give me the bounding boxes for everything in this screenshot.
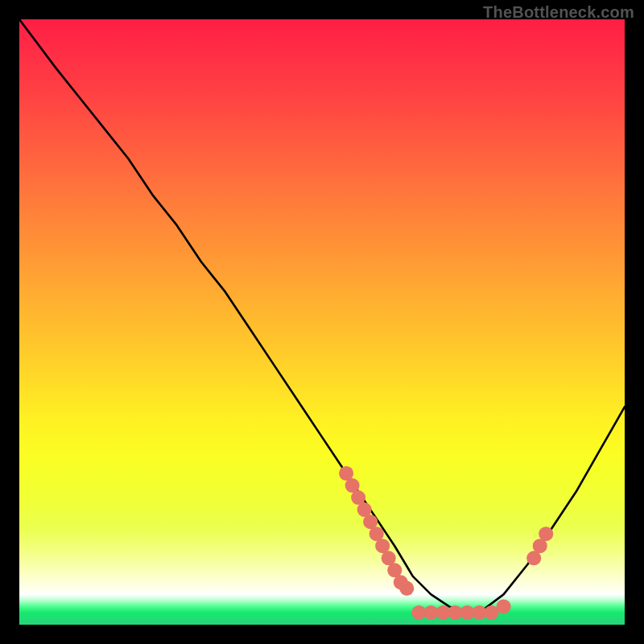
marker-point xyxy=(539,526,553,541)
highlighted-points xyxy=(339,466,553,620)
bottleneck-curve xyxy=(19,19,625,613)
watermark-text: TheBottleneck.com xyxy=(483,3,634,22)
plot-area xyxy=(19,19,625,625)
chart-svg xyxy=(19,19,625,625)
marker-point xyxy=(399,581,414,596)
chart-frame: TheBottleneck.com xyxy=(0,0,644,644)
marker-point xyxy=(497,599,511,613)
